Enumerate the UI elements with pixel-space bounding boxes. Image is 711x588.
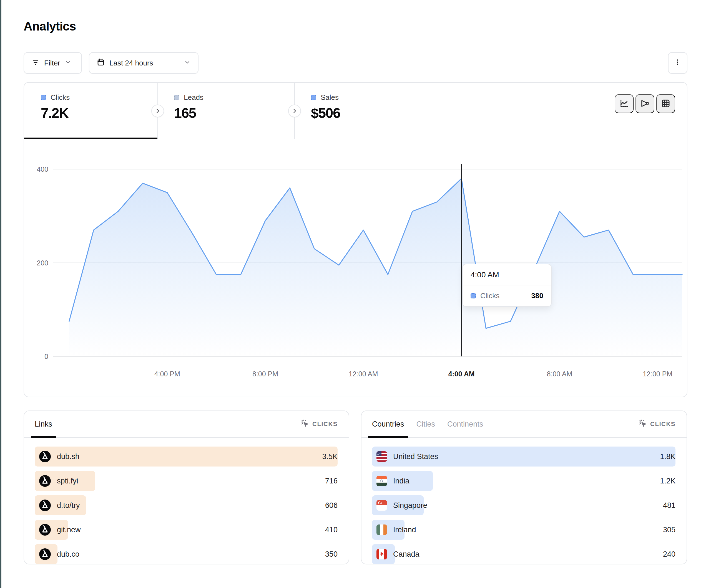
dub-logo-icon (39, 524, 51, 536)
country-label: India (393, 477, 409, 485)
countries-panel-header: Countries Cities Continents CLICKS (362, 411, 687, 438)
link-clicks-value: 3.5K (322, 447, 338, 467)
countries-rows: United States 1.8K India 1.2K (372, 447, 675, 569)
links-rows: dub.sh 3.5K spti.fyi 716 d.to/try 606 (35, 447, 338, 569)
link-label: dub.sh (57, 452, 80, 461)
country-label: Canada (393, 550, 419, 559)
leads-tab-label: Leads (184, 93, 203, 102)
window-edge (0, 0, 1, 588)
link-clicks-value: 716 (325, 471, 338, 491)
country-clicks-value: 240 (663, 544, 675, 564)
clicks-timeseries-chart[interactable]: 02004004:00 PM8:00 PM12:00 AM4:00 AM8:00… (24, 139, 688, 398)
svg-text:8:00 AM: 8:00 AM (547, 370, 573, 378)
tooltip-series-label: Clicks (480, 292, 499, 300)
clicks-legend-square-icon (41, 95, 46, 100)
link-row[interactable]: dub.co 350 (35, 544, 338, 564)
funnel-view-button[interactable] (635, 94, 654, 113)
sales-legend-square-icon (311, 95, 316, 100)
kebab-menu-icon (674, 59, 681, 68)
tab-continents[interactable]: Continents (447, 411, 483, 437)
canada-flag-icon (376, 549, 387, 560)
clicks-tab-label: Clicks (50, 93, 70, 102)
link-label: d.to/try (57, 501, 80, 510)
area-chart-canvas: 02004004:00 PM8:00 PM12:00 AM4:00 AM8:00… (24, 139, 688, 398)
svg-text:12:00 PM: 12:00 PM (643, 370, 672, 378)
link-bar (35, 447, 338, 467)
link-row[interactable]: dub.sh 3.5K (35, 447, 338, 467)
link-row[interactable]: spti.fyi 716 (35, 471, 338, 491)
link-label: dub.co (57, 550, 80, 559)
country-row[interactable]: Singapore 481 (372, 495, 675, 515)
filter-button[interactable]: Filter (24, 52, 82, 74)
svg-text:12:00 AM: 12:00 AM (349, 370, 378, 378)
country-row[interactable]: India 1.2K (372, 471, 675, 491)
tooltip-legend-square-icon (471, 293, 476, 298)
cursor-click-icon (301, 419, 309, 429)
chevron-down-icon (184, 59, 191, 67)
tab-cities[interactable]: Cities (416, 411, 435, 437)
grid-table-icon (661, 98, 671, 109)
more-options-button[interactable] (668, 52, 687, 74)
svg-text:4:00 AM: 4:00 AM (448, 370, 475, 378)
country-label: United States (393, 452, 438, 461)
date-range-button[interactable]: Last 24 hours (89, 52, 198, 74)
links-metric-selector[interactable]: CLICKS (301, 419, 338, 429)
leads-tab-value: 165 (174, 105, 294, 121)
links-panel: Links CLICKS dub.sh 3.5K (24, 410, 349, 564)
singapore-flag-icon (376, 500, 387, 511)
link-label: git.new (57, 526, 81, 534)
active-tab-underline (24, 138, 157, 139)
analytics-card: Clicks 7.2K Leads 165 Sales $506 (24, 82, 687, 397)
next-metric-button[interactable] (288, 105, 301, 117)
svg-text:400: 400 (37, 165, 48, 173)
page-title: Analytics (24, 19, 76, 33)
link-label: spti.fyi (57, 477, 78, 485)
country-label: Ireland (393, 526, 416, 534)
tab-sales[interactable]: Sales $506 (294, 83, 455, 139)
link-clicks-value: 350 (325, 544, 338, 564)
tooltip-value: 380 (531, 292, 543, 300)
next-metric-button[interactable] (151, 105, 164, 117)
dub-logo-icon (39, 548, 51, 560)
filter-icon (31, 58, 40, 68)
country-clicks-value: 305 (663, 520, 675, 540)
svg-text:0: 0 (44, 353, 48, 360)
table-view-button[interactable] (656, 94, 675, 113)
chevron-down-icon (65, 59, 71, 67)
dub-logo-icon (39, 475, 51, 487)
line-chart-icon (619, 98, 629, 109)
ireland-flag-icon (376, 524, 387, 535)
country-label: Singapore (393, 501, 427, 510)
sales-tab-label: Sales (321, 93, 339, 102)
countries-panel: Countries Cities Continents CLICKS (361, 410, 687, 564)
filter-button-label: Filter (44, 59, 60, 67)
link-row[interactable]: git.new 410 (35, 520, 338, 540)
tab-countries[interactable]: Countries (372, 411, 404, 437)
link-row[interactable]: d.to/try 606 (35, 495, 338, 515)
stats-tabs-row: Clicks 7.2K Leads 165 Sales $506 (24, 83, 687, 139)
link-clicks-value: 410 (325, 520, 338, 540)
calendar-icon (96, 58, 105, 68)
links-panel-header: Links CLICKS (24, 411, 349, 438)
svg-text:4:00 PM: 4:00 PM (154, 370, 180, 378)
countries-metric-label: CLICKS (650, 421, 675, 428)
svg-text:8:00 PM: 8:00 PM (252, 370, 278, 378)
cursor-click-icon (639, 419, 647, 429)
svg-text:200: 200 (37, 259, 48, 267)
country-clicks-value: 481 (663, 495, 675, 515)
dub-logo-icon (39, 499, 51, 511)
tab-leads[interactable]: Leads 165 (157, 83, 294, 139)
line-chart-view-button[interactable] (615, 94, 633, 113)
country-row[interactable]: United States 1.8K (372, 447, 675, 467)
tooltip-time: 4:00 AM (463, 264, 551, 286)
dub-logo-icon (39, 451, 51, 462)
country-row[interactable]: Ireland 305 (372, 520, 675, 540)
date-range-label: Last 24 hours (109, 59, 153, 67)
leads-legend-square-icon (174, 95, 179, 100)
country-clicks-value: 1.2K (660, 471, 675, 491)
tab-links[interactable]: Links (35, 411, 52, 437)
india-flag-icon (376, 476, 387, 486)
country-row[interactable]: Canada 240 (372, 544, 675, 564)
countries-metric-selector[interactable]: CLICKS (639, 419, 675, 429)
tab-clicks[interactable]: Clicks 7.2K (24, 83, 157, 139)
